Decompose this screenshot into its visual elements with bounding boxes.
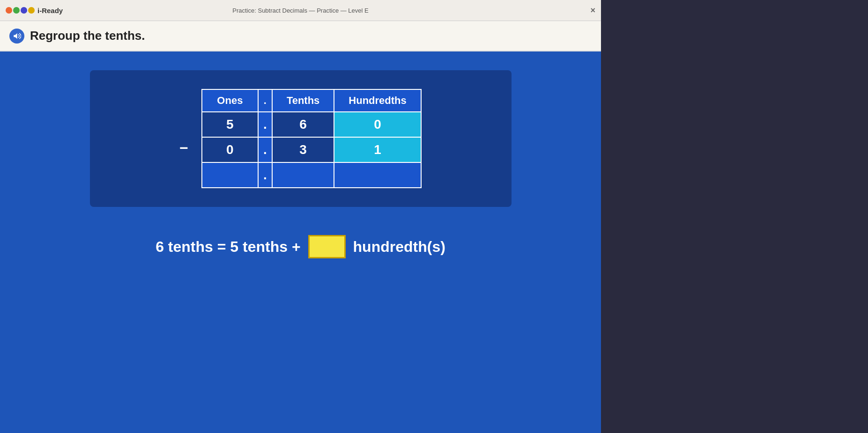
cell-dot-result: .	[258, 162, 272, 188]
page-title: Practice: Subtract Decimals — Practice —…	[232, 7, 368, 14]
speaker-icon[interactable]	[9, 29, 24, 44]
col-header-ones: Ones	[202, 89, 258, 112]
instruction-bar: Regroup the tenths.	[0, 21, 601, 51]
logo-text: i-Ready	[37, 7, 63, 15]
cell-hundredths-result	[334, 162, 421, 188]
cell-ones-result	[202, 162, 258, 188]
place-value-table: Ones . Tenths Hundredths 5 . 6	[201, 89, 422, 188]
minus-sign: −	[179, 139, 188, 157]
svg-marker-0	[14, 33, 17, 39]
cell-dot-2: .	[258, 137, 272, 162]
cell-tenths-1: 6	[272, 112, 334, 137]
top-bar: i-Ready Practice: Subtract Decimals — Pr…	[0, 0, 601, 21]
equation-text: 6 tenths = 5 tenths +	[156, 238, 300, 256]
iready-logo: i-Ready	[6, 7, 63, 15]
place-value-card: − Ones . Tenths Hundredths	[90, 70, 512, 207]
table-wrapper: − Ones . Tenths Hundredths	[179, 89, 422, 188]
equation-area: 6 tenths = 5 tenths + hundredth(s)	[156, 235, 445, 258]
hundredths-suffix: hundredth(s)	[353, 238, 445, 256]
logo-dot-yellow	[28, 7, 35, 14]
cell-ones-2: 0	[202, 137, 258, 162]
cell-dot-1: .	[258, 112, 272, 137]
cell-hundredths-1: 0	[334, 112, 421, 137]
hundredths-input[interactable]	[308, 235, 346, 258]
logo-dot-red	[6, 7, 12, 14]
cell-hundredths-2: 1	[334, 137, 421, 162]
table-row-2: 0 . 3 1	[202, 137, 421, 162]
right-panel	[601, 0, 868, 433]
logo-dot-blue	[21, 7, 27, 14]
table-row-1: 5 . 6 0	[202, 112, 421, 137]
table-row-result: .	[202, 162, 421, 188]
col-header-hundredths: Hundredths	[334, 89, 421, 112]
cell-tenths-2: 3	[272, 137, 334, 162]
cell-tenths-result	[272, 162, 334, 188]
instruction-text: Regroup the tenths.	[30, 29, 145, 43]
col-header-dot: .	[258, 89, 272, 112]
close-button[interactable]: ×	[590, 6, 595, 15]
main-area: − Ones . Tenths Hundredths	[0, 51, 601, 433]
col-header-tenths: Tenths	[272, 89, 334, 112]
cell-ones-1: 5	[202, 112, 258, 137]
logo-dot-green	[13, 7, 20, 14]
